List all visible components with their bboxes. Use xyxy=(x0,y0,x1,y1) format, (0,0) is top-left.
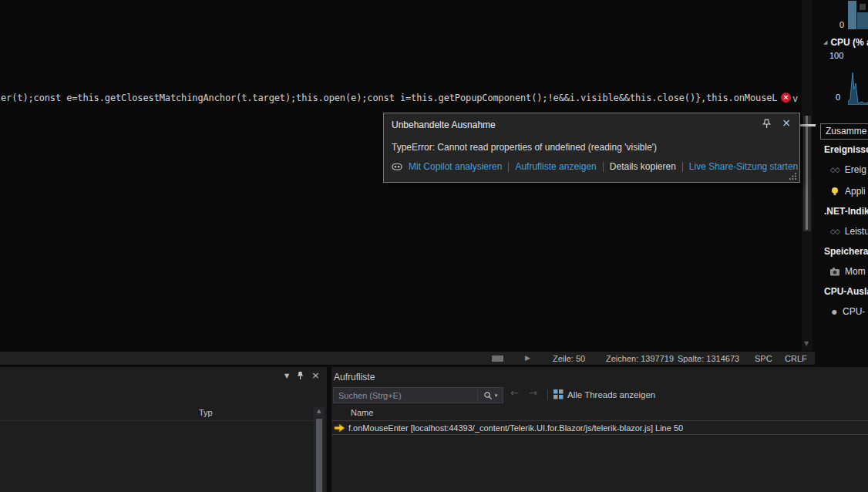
diag-section-cpu: CPU-Ausla xyxy=(824,286,868,297)
callstack-frame-text: f.onMouseEnter [localhost:44393/_content… xyxy=(348,423,683,433)
toolbar-separator xyxy=(547,389,548,400)
diag-section-events: Ereignisse xyxy=(824,144,868,155)
diag-item-snapshot[interactable]: Mom xyxy=(830,266,866,277)
diag-item-label: Ereig xyxy=(845,164,866,175)
editor-vertical-scrollbar[interactable]: ▼ xyxy=(802,0,812,351)
resize-grip[interactable] xyxy=(789,172,797,180)
lightbulb-icon xyxy=(830,187,839,196)
callstack-frame-row[interactable]: f.onMouseEnter [localhost:44393/_content… xyxy=(331,421,868,435)
callstack-panel: Aufrufliste ▾ ← → Alle Threads anzeigen … xyxy=(331,367,868,492)
cpu-axis-max: 100 xyxy=(829,51,843,60)
section-title: Speichera xyxy=(824,246,868,257)
horizontal-scrollbar-thumb[interactable] xyxy=(492,356,503,362)
close-icon[interactable]: × xyxy=(311,371,320,380)
code-after-error: v xyxy=(792,93,798,104)
collapse-triangle-icon: ◢ xyxy=(823,39,827,45)
live-share-link[interactable]: Live Share-Sitzung starten xyxy=(689,161,798,172)
cpu-axis-min: 0 xyxy=(836,93,840,102)
pin-icon[interactable] xyxy=(296,371,304,380)
analyze-with-copilot-link[interactable]: Mit Copilot analysieren xyxy=(409,161,502,172)
all-threads-icon[interactable] xyxy=(553,389,564,399)
diag-item-label: Mom xyxy=(845,266,866,277)
splitter-handle[interactable] xyxy=(799,124,816,126)
status-line-ending: CRLF xyxy=(785,354,807,363)
diag-item-events[interactable]: ◇◇ Ereig xyxy=(830,164,866,175)
pin-icon[interactable] xyxy=(762,119,772,129)
show-callstack-link[interactable]: Aufrufliste anzeigen xyxy=(515,161,596,172)
diag-item-label: Leistu xyxy=(845,226,868,237)
panel-title: Aufrufliste xyxy=(334,372,375,382)
cpu-section-title: CPU (% a xyxy=(830,37,868,48)
memory-chart[interactable] xyxy=(848,0,868,29)
current-statement-arrow-icon xyxy=(334,423,345,433)
diag-item-label: Appli xyxy=(845,186,866,197)
navigate-back-icon[interactable]: ← xyxy=(510,387,519,399)
bottom-left-panel: ▼ × Typ ▲ xyxy=(0,367,327,492)
action-separator xyxy=(603,162,604,172)
panel-vertical-scrollbar[interactable]: ▲ xyxy=(314,407,325,492)
show-all-threads-button[interactable]: Alle Threads anzeigen xyxy=(567,390,655,399)
status-column: Spalte: 1314673 xyxy=(678,354,739,363)
exception-actions: Mit Copilot analysieren Aufrufliste anze… xyxy=(392,161,798,172)
status-space-mode: SPC xyxy=(755,354,772,363)
performance-icon: ◇◇ xyxy=(830,227,839,235)
cpu-section-header[interactable]: ◢ CPU (% a xyxy=(823,37,868,48)
memory-axis-min: 0 xyxy=(839,20,844,29)
diag-item-cpu[interactable]: ● CPU- xyxy=(832,306,865,317)
code-line: er(t);const e=this.getClosestMatchingAnc… xyxy=(1,93,781,103)
section-title: .NET-Indik xyxy=(824,206,868,217)
editor-status-strip: ▶ Zeile: 50 Zeichen: 1397719 Spalte: 131… xyxy=(0,351,815,365)
status-characters: Zeichen: 1397719 xyxy=(606,354,674,363)
column-header-name[interactable]: Name xyxy=(351,408,373,417)
section-title: CPU-Ausla xyxy=(824,286,868,297)
search-icon xyxy=(483,391,493,400)
exception-message: TypeError: Cannot read properties of und… xyxy=(392,142,657,153)
header-divider xyxy=(0,420,314,421)
scrollbar-up-arrow-icon[interactable]: ▲ xyxy=(317,408,321,414)
action-separator xyxy=(508,162,509,172)
popup-title: Unbehandelte Ausnahme xyxy=(392,120,496,130)
search-options-caret-icon[interactable]: ▾ xyxy=(495,393,498,399)
window-position-chevron-icon[interactable]: ▼ xyxy=(284,372,289,379)
column-header-typ[interactable]: Typ xyxy=(199,408,213,417)
visual-studio-window: er(t);const e=this.getClosestMatchingAnc… xyxy=(0,0,868,492)
events-icon: ◇◇ xyxy=(830,166,839,174)
diag-item-application[interactable]: Appli xyxy=(830,186,866,197)
scrollbar-thumb[interactable] xyxy=(316,419,322,492)
copilot-icon xyxy=(392,161,402,172)
exception-error-icon[interactable]: × xyxy=(781,93,791,103)
diag-section-memory: Speichera xyxy=(824,246,868,257)
status-line: Zeile: 50 xyxy=(553,354,585,363)
diag-item-label: CPU- xyxy=(843,306,865,317)
bullet-icon: ● xyxy=(832,308,837,315)
section-title: Ereignisse xyxy=(824,144,868,155)
camera-icon xyxy=(830,268,839,276)
scrollbar-caret-marker xyxy=(806,116,808,230)
panel-toolbar: ▼ × xyxy=(284,371,320,380)
search-input[interactable] xyxy=(334,388,477,403)
navigate-forward-icon[interactable]: → xyxy=(529,387,537,399)
callstack-search-box[interactable]: ▾ xyxy=(333,387,503,403)
tab-summary[interactable]: Zusamme xyxy=(820,123,868,140)
action-separator xyxy=(682,162,683,172)
exception-helper-popup: Unbehandelte Ausnahme × TypeError: Canno… xyxy=(383,113,800,183)
copy-details-link[interactable]: Details kopieren xyxy=(610,161,676,172)
diag-item-performance[interactable]: ◇◇ Leistu xyxy=(830,226,868,237)
scrollbar-down-arrow-icon[interactable]: ▼ xyxy=(804,340,809,347)
cpu-usage-chart[interactable] xyxy=(848,68,868,105)
close-icon[interactable]: × xyxy=(782,116,791,129)
horizontal-scrollbar-right-arrow-icon[interactable]: ▶ xyxy=(525,354,530,362)
diag-section-dotnet: .NET-Indik xyxy=(824,206,868,217)
search-button[interactable]: ▾ xyxy=(478,388,503,403)
